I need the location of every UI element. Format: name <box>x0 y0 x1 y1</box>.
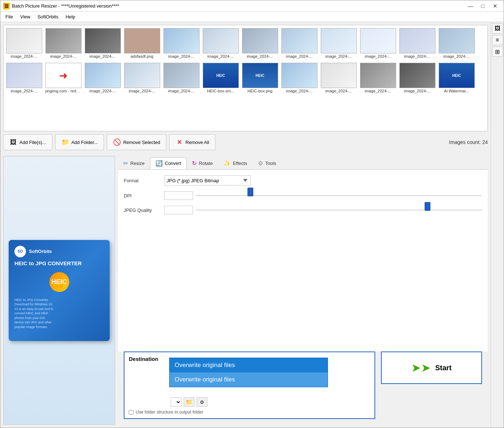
image-thumb[interactable]: image_2024-... <box>162 61 200 95</box>
image-thumb[interactable]: image_2024-... <box>398 27 436 60</box>
jpeg-quality-input[interactable]: 90 <box>164 206 193 214</box>
thumb-label: image_2024-... <box>203 54 239 58</box>
dest-rest: 📁 ⚙ <box>171 397 207 407</box>
tab-resize[interactable]: ✏ Resize <box>118 157 150 169</box>
dest-option-overwrite-second[interactable]: Overwrite original files <box>170 372 328 387</box>
image-thumb[interactable]: image_2024-... <box>320 61 358 95</box>
remove-selected-button[interactable]: 🚫 Remove Selected <box>107 134 166 150</box>
menu-file[interactable]: File <box>2 13 17 21</box>
bottom-dest-start: Destination Overwrite original files Ove… <box>118 351 488 425</box>
dpi-slider-wrapper[interactable] <box>196 191 482 200</box>
add-folder-button[interactable]: 📁 Add Folder... <box>55 134 104 150</box>
image-thumb[interactable]: image_2024-... <box>359 61 397 95</box>
tabs-row: ✏ Resize 🔄 Convert ↻ Rotate ✨ <box>118 156 488 170</box>
image-thumb[interactable]: image_2024-... <box>84 61 122 95</box>
image-thumb[interactable]: HEICAi Watermar... <box>438 61 475 95</box>
destination-section: Destination Overwrite original files Ove… <box>124 351 375 419</box>
main-window: 🖼 Batch Picture Resizer - ****Unregister… <box>0 0 504 428</box>
tab-convert[interactable]: 🔄 Convert <box>150 157 187 169</box>
dpi-label: DPI <box>124 193 160 198</box>
format-control: JPG (*.jpg) JPEG Bitmap PNG (*.png) BMP … <box>164 175 482 185</box>
image-thumb[interactable]: image_2024-... <box>359 27 397 60</box>
content-area: image_2024-...image_2024-...image_2024-.… <box>0 22 504 428</box>
image-thumb[interactable]: adsfasdf.png <box>123 27 161 60</box>
image-thumb[interactable]: image_2024-... <box>5 27 43 60</box>
remove-all-label: Remove All <box>185 140 209 145</box>
jpeg-quality-control: 90 <box>164 206 482 214</box>
remove-all-button[interactable]: ✕ Remove All <box>169 134 215 150</box>
thumb-label: image_2024-... <box>360 54 396 58</box>
thumb-label: image_2024-... <box>281 89 317 93</box>
heic-logo-circle: SO <box>14 246 26 257</box>
dpi-control: 100 <box>164 191 482 200</box>
image-thumb[interactable]: image_2024-... <box>84 27 122 60</box>
image-thumb[interactable]: image_2024-... <box>241 27 279 60</box>
close-button[interactable]: ✕ <box>489 1 501 11</box>
menu-softorbits[interactable]: SoftOrbits <box>34 13 62 21</box>
image-thumb[interactable]: image_2024-... <box>202 27 240 60</box>
dest-path-select[interactable] <box>171 397 181 407</box>
format-label: Format <box>124 178 160 183</box>
main-panel: image_2024-...image_2024-...image_2024-.… <box>0 22 491 428</box>
thumb-label: image_2024-... <box>6 89 42 93</box>
format-select[interactable]: JPG (*.jpg) JPEG Bitmap PNG (*.png) BMP … <box>164 175 251 185</box>
thumb-label: pngimg.com - red_arrow_PN... <box>45 89 82 93</box>
product-image: SO SoftOrbits HEIC to JPG CONVERTER HEIC… <box>3 156 115 425</box>
dest-row: Destination Overwrite original files Ove… <box>129 356 370 362</box>
dest-option-overwrite-selected[interactable]: Overwrite original files <box>170 358 328 372</box>
thumb-label: image_2024-... <box>281 54 317 58</box>
image-thumb[interactable]: image_2024-... <box>5 61 43 95</box>
jpeg-quality-slider-wrapper[interactable] <box>196 206 482 214</box>
image-thumb[interactable]: image_2024-... <box>398 61 436 95</box>
minimize-button[interactable]: — <box>465 1 476 11</box>
sidebar-icon-images[interactable]: 🖼 <box>492 23 503 34</box>
menu-help[interactable]: Help <box>62 13 79 21</box>
add-folder-icon: 📁 <box>61 138 69 146</box>
image-thumb[interactable]: image_2024-... <box>280 27 318 60</box>
image-thumb[interactable]: image_2024-... <box>123 61 161 95</box>
jpeg-quality-slider-line <box>196 210 482 210</box>
add-files-button[interactable]: 🖼 Add File(s)... <box>3 134 52 150</box>
dest-settings-button[interactable]: ⚙ <box>197 397 207 407</box>
title-bar: 🖼 Batch Picture Resizer - ****Unregister… <box>0 0 504 12</box>
dpi-row: DPI 100 <box>124 191 482 200</box>
image-thumb[interactable]: image_2024-... <box>280 61 318 95</box>
dpi-input[interactable]: 100 <box>164 191 193 200</box>
dest-folder-button[interactable]: 📁 <box>184 397 194 407</box>
image-thumb[interactable]: image_2024-... <box>44 27 82 60</box>
dpi-slider-thumb[interactable] <box>247 188 253 196</box>
remove-all-icon: ✕ <box>175 138 183 146</box>
toolbar-area: 🖼 Add File(s)... 📁 Add Folder... 🚫 Remov… <box>0 131 491 153</box>
effects-tab-icon: ✨ <box>224 160 231 167</box>
settings-panel: ✏ Resize 🔄 Convert ↻ Rotate ✨ <box>118 156 488 425</box>
convert-tab-icon: 🔄 <box>155 160 163 167</box>
sidebar-icon-grid[interactable]: ⊞ <box>492 47 503 57</box>
jpeg-quality-slider-thumb[interactable] <box>425 202 430 211</box>
image-thumb[interactable]: image_2024-... <box>438 27 475 60</box>
image-thumb[interactable]: HEICHEIC-box-sm... <box>202 61 240 95</box>
image-thumb[interactable]: HEICHEIC-box.png <box>241 61 279 95</box>
use-folder-structure-checkbox[interactable] <box>129 410 133 415</box>
start-label: Start <box>435 364 452 372</box>
thumb-label: adsfasdf.png <box>124 54 160 58</box>
image-thumb[interactable]: image_2024-... <box>162 27 200 60</box>
start-section[interactable]: ➤➤ Start <box>381 351 482 384</box>
menu-view[interactable]: View <box>17 13 34 21</box>
thumb-label: image_2024-... <box>360 89 396 93</box>
image-thumb[interactable]: image_2024-... <box>320 27 358 60</box>
tab-rotate[interactable]: ↻ Rotate <box>187 157 218 169</box>
heic-logo-area: SO SoftOrbits <box>14 246 52 257</box>
heic-title: HEIC to JPG CONVERTER <box>14 260 82 266</box>
image-grid-container[interactable]: image_2024-...image_2024-...image_2024-.… <box>3 25 488 131</box>
tab-effects[interactable]: ✨ Effects <box>218 157 253 169</box>
thumb-label: image_2024-... <box>321 89 357 93</box>
tab-tools-label: Tools <box>265 161 276 166</box>
sidebar-icon-list[interactable]: ≡ <box>492 35 503 45</box>
add-files-icon: 🖼 <box>9 138 17 146</box>
maximize-button[interactable]: □ <box>477 1 488 11</box>
image-thumb[interactable]: ➜pngimg.com - red_arrow_PN... <box>44 61 82 95</box>
thumb-label: image_2024-... <box>163 54 200 58</box>
tab-tools[interactable]: ⚙ Tools <box>253 157 281 169</box>
heic-brand: SoftOrbits <box>29 249 52 254</box>
image-grid: image_2024-...image_2024-...image_2024-.… <box>4 25 487 96</box>
